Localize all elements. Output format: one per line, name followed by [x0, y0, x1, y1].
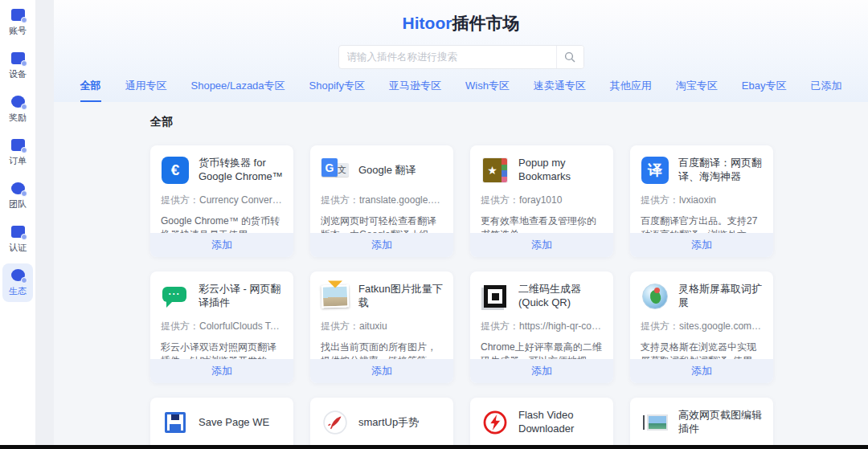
sidebar-item-label: 生态 [9, 285, 27, 297]
reward-icon [11, 96, 25, 108]
sidebar-item-account[interactable]: 账号 [2, 3, 33, 42]
page-title: Hitoor插件市场 [54, 0, 868, 35]
sidebar: 账号 设备 奖励 订单 团队 认证 生态 [0, 0, 35, 449]
plugin-provider: 提供方：ColorfulClouds Technolo... [161, 320, 283, 333]
sidebar-item-rewards[interactable]: 奖励 [2, 90, 33, 129]
image-download-icon [321, 285, 349, 308]
plugin-title: smartUp手势 [358, 416, 443, 430]
sidebar-item-label: 账号 [9, 25, 27, 37]
plugin-provider: 提供方：sites.google.com/site/lin... [641, 320, 763, 333]
plugin-provider: 提供方：translate.google.com [321, 194, 443, 207]
sidebar-item-ecosystem[interactable]: 生态 [2, 263, 33, 302]
account-icon [11, 9, 25, 21]
sidebar-item-label: 奖励 [9, 112, 27, 124]
plugin-title: Popup my Bookmarks [518, 157, 603, 184]
device-icon [11, 52, 25, 64]
tab-aliexpress[interactable]: 速卖通专区 [534, 79, 586, 102]
plugin-card-fatkun: Fatkun图片批量下载 提供方：aituxiu 找出当前页面的所有图片，提供按… [310, 271, 453, 383]
flash-lightning-icon [482, 410, 508, 435]
plugin-card-lingoes: 灵格斯屏幕取词扩展 提供方：sites.google.com/site/lin.… [630, 271, 773, 383]
plugin-card-popup-bookmarks: ★ Popup my Bookmarks 提供方：foray1010 更有效率地… [470, 145, 613, 257]
plugin-title: Google 翻译 [358, 164, 443, 178]
add-button[interactable]: 添加 [630, 359, 773, 383]
ecosystem-icon [11, 269, 25, 281]
plugin-provider: 提供方：Currency Converter PRO [161, 194, 283, 207]
plugin-card-caiyun-translate: ··· 彩云小译 - 网页翻译插件 提供方：ColorfulClouds Tec… [150, 271, 293, 383]
page-title-suffix: 插件市场 [452, 14, 519, 32]
baidu-translate-icon: 译 [641, 157, 669, 184]
tab-amazon[interactable]: 亚马逊专区 [389, 79, 441, 102]
lingoes-globe-parrot-icon [642, 284, 668, 309]
plugin-provider: 提供方：aituxiu [321, 320, 443, 333]
plugin-title: Save Page WE [199, 416, 283, 430]
add-button[interactable]: 添加 [150, 233, 293, 257]
plugin-market-window: 账号 设备 奖励 订单 团队 认证 生态 Hitoor [0, 0, 868, 449]
plugin-provider: 提供方：foray1010 [481, 194, 603, 207]
plugin-card-google-translate: G文 Google 翻译 提供方：translate.google.com 浏览… [310, 145, 453, 257]
certification-icon [11, 226, 25, 238]
sidebar-item-team[interactable]: 团队 [2, 177, 33, 215]
tab-added[interactable]: 已添加 [811, 79, 842, 102]
add-button[interactable]: 添加 [470, 359, 613, 383]
add-button[interactable]: 添加 [310, 359, 453, 383]
add-button[interactable]: 添加 [470, 233, 613, 257]
search-icon [564, 51, 575, 63]
order-icon [11, 139, 25, 151]
plugin-title: Flash Video Downloader [518, 409, 603, 436]
bookmarks-icon: ★ [483, 158, 507, 182]
plugin-title: 彩云小译 - 网页翻译插件 [199, 283, 283, 310]
plugin-card-smartup: smartUp手势 提供方：zimoapps.com 添加 [310, 398, 453, 449]
main-panel: Hitoor插件市场 全部 通用专区 Shopee/Lazada专区 Shopi… [54, 0, 868, 449]
sidebar-item-label: 团队 [9, 198, 27, 210]
plugin-title: 灵格斯屏幕取词扩展 [678, 283, 763, 310]
plugin-grid: € 货币转换器 for Google Chrome™ 提供方：Currency … [150, 145, 868, 449]
plugin-card-baidu-translate: 译 百度翻译：网页翻译、海淘神器 提供方：lvxiaoxin 百度翻译官方出品。… [630, 145, 773, 257]
brand-name: Hitoor [403, 14, 452, 32]
tab-other-apps[interactable]: 其他应用 [610, 79, 652, 102]
plugin-title: 高效网页截图编辑插件 [678, 409, 763, 436]
gesture-rocket-icon [322, 410, 348, 435]
search-button[interactable] [556, 46, 583, 68]
qr-code-icon [484, 285, 506, 308]
plugin-title: 二维码生成器 (Quick QR) [518, 283, 603, 310]
sidebar-item-certification[interactable]: 认证 [2, 220, 33, 259]
plugin-card-qr-generator: 二维码生成器 (Quick QR) 提供方：https://high-qr-co… [470, 271, 613, 383]
floppy-disk-icon [165, 412, 186, 433]
tab-general[interactable]: 通用专区 [125, 79, 167, 102]
caiyun-chat-bubble-icon: ··· [162, 286, 188, 308]
plugin-card-webpage-screenshot: 高效网页截图编辑插件 提供方：jasonsavard.com 添加 [630, 398, 773, 449]
search-input[interactable] [339, 46, 556, 68]
screenshot-image-icon [643, 414, 668, 431]
sidebar-item-devices[interactable]: 设备 [2, 47, 33, 85]
plugin-list-area: 全部 € 货币转换器 for Google Chrome™ 提供方：Curren… [54, 102, 868, 449]
plugin-card-save-page-we: Save Page WE 提供方：DW-dev 添加 [150, 398, 293, 449]
currency-converter-icon: € [162, 157, 189, 184]
plugin-card-flash-video-downloader: Flash Video Downloader 提供方：Flashvideosav… [470, 398, 613, 449]
plugin-title: 货币转换器 for Google Chrome™ [199, 157, 283, 184]
category-tabs: 全部 通用专区 Shopee/Lazada专区 Shopify专区 亚马逊专区 … [54, 79, 868, 102]
tab-shopee-lazada[interactable]: Shopee/Lazada专区 [191, 79, 285, 102]
plugin-card-currency-converter: € 货币转换器 for Google Chrome™ 提供方：Currency … [150, 145, 293, 257]
add-button[interactable]: 添加 [630, 233, 773, 257]
plugin-provider: 提供方：lvxiaoxin [641, 194, 763, 207]
section-title: 全部 [150, 115, 868, 129]
window-bottom-edge [0, 445, 868, 449]
sidebar-item-label: 认证 [9, 242, 27, 254]
plugin-provider: 提供方：https://high-qr-code-gen... [481, 320, 603, 333]
search-box [338, 45, 584, 69]
tab-taobao[interactable]: 淘宝专区 [676, 79, 718, 102]
team-icon [11, 182, 25, 194]
plugin-title: Fatkun图片批量下载 [358, 283, 443, 310]
add-button[interactable]: 添加 [150, 359, 293, 383]
market-header: Hitoor插件市场 全部 通用专区 Shopee/Lazada专区 Shopi… [54, 0, 868, 102]
add-button[interactable]: 添加 [310, 233, 453, 257]
tab-all[interactable]: 全部 [80, 79, 101, 102]
plugin-title: 百度翻译：网页翻译、海淘神器 [678, 157, 763, 184]
tab-ebay[interactable]: Ebay专区 [742, 79, 787, 102]
search-area [54, 45, 868, 69]
tab-shopify[interactable]: Shopify专区 [309, 79, 365, 102]
google-translate-icon: G文 [321, 157, 349, 184]
sidebar-item-label: 设备 [9, 68, 27, 80]
tab-wish[interactable]: Wish专区 [465, 79, 510, 102]
sidebar-item-orders[interactable]: 订单 [2, 133, 33, 172]
